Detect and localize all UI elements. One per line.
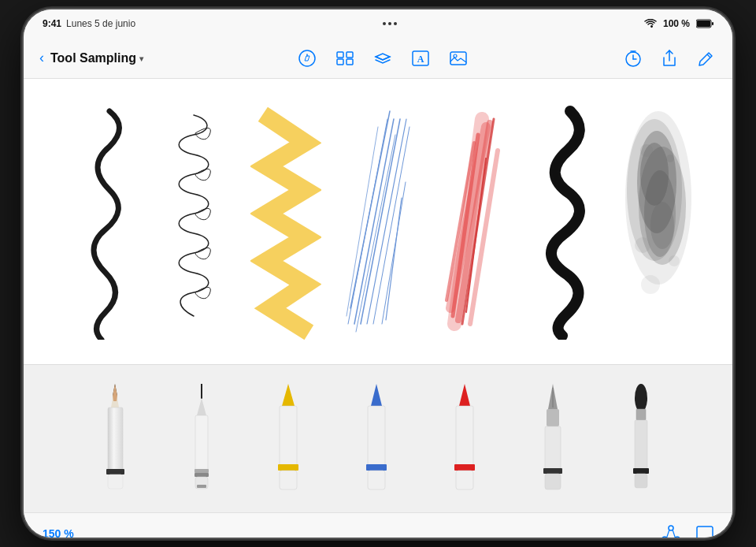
frame-icon[interactable]: [696, 526, 713, 538]
status-center-dots: [383, 22, 397, 25]
time: 9:41: [43, 18, 61, 29]
toolbar-left: ‹ Tool Sampling ▾: [39, 50, 143, 66]
stroke-red-crayon: [427, 103, 513, 340]
bottom-bar: 150 %: [24, 512, 732, 538]
wifi-icon: [644, 19, 657, 28]
svg-rect-63: [636, 409, 646, 420]
tool-marker-yellow[interactable]: [266, 384, 309, 494]
svg-point-29: [641, 275, 660, 294]
svg-rect-7: [337, 59, 343, 65]
edit-icon[interactable]: [695, 47, 717, 69]
svg-rect-39: [195, 415, 208, 474]
svg-marker-38: [197, 398, 206, 415]
battery-label: 100 %: [663, 18, 690, 29]
svg-rect-8: [346, 59, 353, 65]
svg-marker-32: [113, 384, 117, 401]
document-title-button[interactable]: Tool Sampling ▾: [50, 51, 143, 65]
svg-line-17: [707, 54, 710, 58]
tool-fineliner[interactable]: [182, 384, 221, 494]
layers-icon[interactable]: [372, 47, 394, 69]
toolbar: ‹ Tool Sampling ▾: [24, 38, 732, 79]
image-icon[interactable]: [447, 47, 469, 69]
tool-marker-blue[interactable]: [354, 384, 398, 494]
svg-rect-1: [697, 20, 710, 27]
network-icon[interactable]: [662, 525, 680, 538]
pencil-tool-icon[interactable]: [296, 47, 318, 69]
svg-rect-6: [346, 52, 353, 58]
stroke-black-brush-pen: [519, 103, 606, 340]
status-right: 100 %: [644, 18, 713, 29]
svg-rect-60: [543, 468, 562, 474]
svg-rect-45: [280, 406, 297, 471]
document-title: Tool Sampling: [50, 51, 136, 65]
tool-marker-red[interactable]: [443, 384, 486, 494]
tool-brush[interactable]: [619, 384, 662, 494]
share-icon[interactable]: [658, 47, 680, 69]
svg-rect-5: [337, 52, 343, 58]
stroke-fineliner: [150, 103, 237, 340]
title-dropdown-icon: ▾: [139, 54, 143, 63]
toolbar-right: [622, 47, 717, 69]
stroke-black-pen: [58, 103, 145, 340]
svg-rect-34: [108, 407, 123, 474]
svg-point-3: [299, 50, 315, 66]
svg-point-26: [666, 154, 674, 162]
svg-rect-66: [635, 474, 647, 488]
bottom-right-icons: [662, 525, 713, 538]
svg-marker-48: [371, 384, 382, 406]
canvas-area: [24, 79, 732, 364]
svg-rect-2: [712, 22, 713, 25]
svg-text:A: A: [417, 54, 424, 65]
back-button[interactable]: ‹: [39, 50, 44, 66]
svg-point-28: [669, 255, 680, 266]
svg-line-70: [667, 530, 670, 538]
status-left: 9:41 Lunes 5 de junio: [43, 18, 135, 29]
svg-point-27: [635, 237, 650, 253]
svg-rect-65: [633, 468, 649, 474]
svg-rect-64: [635, 420, 647, 474]
svg-rect-36: [108, 474, 123, 489]
svg-line-71: [673, 530, 676, 538]
status-bar: 9:41 Lunes 5 de junio 100 %: [24, 9, 732, 38]
svg-rect-53: [456, 406, 473, 471]
stroke-yellow-marker: [243, 103, 329, 340]
svg-rect-73: [697, 527, 713, 538]
svg-point-24: [650, 202, 674, 249]
date: Lunes 5 de junio: [66, 18, 135, 29]
svg-rect-61: [545, 474, 561, 489]
battery-icon: [696, 19, 713, 28]
tool-fountain-pen[interactable]: [531, 384, 574, 494]
grid-view-icon[interactable]: [334, 47, 356, 69]
timer-icon[interactable]: [622, 47, 644, 69]
svg-rect-54: [454, 464, 475, 471]
zoom-level[interactable]: 150 %: [43, 527, 74, 538]
svg-rect-51: [368, 471, 385, 489]
svg-rect-55: [456, 471, 473, 489]
svg-rect-43: [197, 485, 206, 488]
svg-rect-59: [545, 426, 561, 474]
svg-marker-44: [282, 384, 295, 406]
svg-rect-11: [450, 52, 466, 65]
svg-rect-49: [368, 406, 385, 471]
stroke-watercolor: [611, 103, 698, 340]
back-chevron-icon: ‹: [39, 50, 44, 66]
tool-pencil[interactable]: [94, 384, 137, 494]
svg-point-25: [640, 144, 653, 157]
svg-marker-52: [459, 384, 470, 406]
stroke-blue-pencil: [335, 103, 421, 340]
svg-rect-46: [278, 464, 298, 471]
svg-rect-58: [547, 409, 559, 426]
svg-point-62: [635, 384, 647, 412]
tools-panel: [24, 364, 732, 512]
svg-rect-40: [195, 469, 209, 473]
svg-rect-41: [195, 473, 209, 477]
svg-rect-35: [106, 469, 124, 474]
svg-rect-47: [280, 471, 297, 489]
text-format-icon[interactable]: A: [410, 47, 432, 69]
svg-rect-50: [366, 464, 387, 471]
toolbar-center: A: [296, 47, 469, 69]
svg-point-12: [454, 54, 457, 58]
device-frame: 9:41 Lunes 5 de junio 100 %: [24, 9, 732, 538]
